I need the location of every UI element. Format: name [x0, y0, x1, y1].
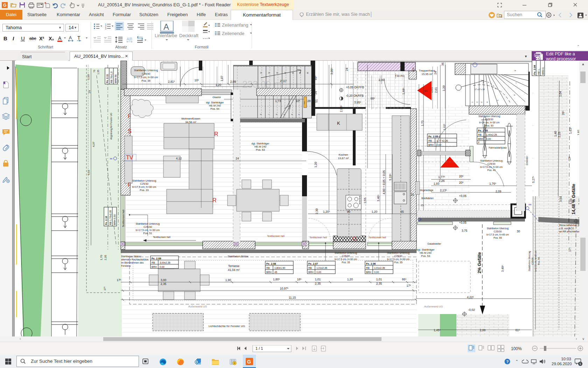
svg-text:6: 6 [275, 114, 278, 115]
svg-text:233,09 m²: 233,09 m² [242, 79, 285, 90]
svg-text:0,00: 0,00 [436, 144, 441, 146]
svg-text:Pos. 56: Pos. 56 [538, 257, 540, 265]
svg-text:K: K [337, 121, 340, 126]
svg-text:2: 2 [476, 102, 478, 103]
svg-text:Pos. 49: Pos. 49 [487, 169, 496, 171]
svg-text:8: 8 [514, 70, 516, 71]
svg-text:RB: RB [308, 267, 312, 269]
svg-text:1,01x2,35: 1,01x2,35 [374, 267, 385, 269]
svg-text:Stahlbeton Stütze: Stahlbeton Stütze [227, 255, 248, 258]
svg-text:2,30: 2,30 [315, 208, 318, 214]
svg-text:15: 15 [411, 193, 414, 196]
svg-text:17⁵: 17⁵ [117, 278, 121, 282]
svg-text:G: G [3, 3, 6, 8]
svg-text:Rinne befahrbar (Klasse B): Rinne befahrbar (Klasse B) [559, 224, 579, 227]
svg-text:Klingelanlage: Klingelanlage [419, 189, 433, 192]
svg-text:1,63⁵: 1,63⁵ [569, 127, 572, 134]
svg-text:im Blendrahmen des: im Blendrahmen des [121, 261, 144, 264]
svg-text:A: A [58, 35, 62, 41]
svg-text:F: F [128, 182, 131, 188]
svg-text:U: U [21, 35, 25, 41]
svg-text:5,27⁵: 5,27⁵ [532, 176, 535, 183]
svg-text:C25/30: C25/30 [342, 255, 350, 257]
svg-text:0,00: 0,00 [160, 266, 164, 268]
svg-text:B: B [4, 35, 7, 41]
svg-text:T30-RD: T30-RD [395, 74, 405, 77]
svg-text:C25/30: C25/30 [531, 257, 534, 265]
svg-text:4,22⁵: 4,22⁵ [467, 295, 474, 299]
svg-text:4,80 + 0,05 + 0,05: 4,80 + 0,05 + 0,05 [382, 170, 386, 194]
svg-text:2,81⁵: 2,81⁵ [168, 80, 175, 83]
svg-text:2,55: 2,55 [363, 197, 367, 203]
svg-text:3,00: 3,00 [161, 278, 167, 282]
svg-text:24: 24 [314, 91, 317, 95]
svg-text:RB 1,: RB 1, [538, 68, 540, 75]
svg-text:dgl. Stahlträger: dgl. Stahlträger [417, 248, 435, 251]
svg-text:14: 14 [292, 72, 294, 74]
svg-text:1,07: 1,07 [220, 75, 224, 81]
svg-text:12: 12 [276, 72, 278, 74]
svg-text:Pos. 35: Pos. 35 [141, 79, 150, 82]
svg-text:4: 4 [291, 114, 293, 115]
svg-text:b=17,5 cm, h=30 cm: b=17,5 cm, h=30 cm [335, 258, 357, 260]
svg-text:G: G [538, 56, 541, 60]
svg-text:BRH: BRH [308, 271, 314, 273]
svg-text:an RR anschließen: an RR anschließen [559, 230, 579, 233]
svg-text:+0,05: +0,05 [459, 194, 467, 198]
svg-text:1,44⁵: 1,44⁵ [402, 88, 405, 95]
svg-text:RB: RB [266, 267, 270, 269]
svg-text:b=17,5 cm, h=30 cm: b=17,5 cm, h=30 cm [387, 258, 410, 260]
svg-text:HE-M 240: HE-M 240 [420, 251, 432, 254]
svg-text:4,37: 4,37 [92, 142, 95, 147]
svg-text:Außenwand UG: Außenwand UG [188, 305, 207, 308]
svg-text:Stahlbeton Überzug: Stahlbeton Überzug [528, 251, 531, 271]
svg-text:1,81: 1,81 [577, 129, 579, 135]
svg-text:Geländer: Geländer [526, 156, 528, 165]
svg-text:RR: RR [528, 204, 532, 206]
svg-text:TV: TV [126, 155, 133, 161]
svg-text:0,00: 0,00 [374, 271, 379, 273]
svg-text:Textilscreen hell: Textilscreen hell [267, 235, 285, 237]
svg-text:Fensters: Fensters [121, 265, 131, 267]
svg-text:RB: RB [478, 134, 482, 136]
svg-text:76: 76 [93, 70, 96, 73]
svg-text:14,48 % Gefälle: 14,48 % Gefälle [571, 184, 576, 214]
svg-text:1,45⁵: 1,45⁵ [434, 328, 441, 332]
svg-text:89⁵: 89⁵ [314, 76, 317, 80]
svg-text:8: 8 [260, 114, 262, 115]
svg-text:17⁵: 17⁵ [407, 284, 411, 287]
svg-text:Pos. 55: Pos. 55 [493, 237, 502, 239]
svg-text:dgl. Stahlträger: dgl. Stahlträger [252, 142, 270, 145]
svg-text:0,00: 0,00 [316, 271, 321, 273]
svg-text:F: F [128, 113, 131, 119]
svg-text:C25/30: C25/30 [494, 230, 502, 233]
svg-text:Fe. 2.08: Fe. 2.08 [266, 262, 276, 265]
svg-text:BRH 0,00: BRH 0,00 [113, 214, 116, 225]
svg-text:alternativ Rechteckstütze: alternativ Rechteckstütze [121, 258, 148, 261]
svg-text:15: 15 [299, 72, 301, 74]
svg-text:10,97⁵: 10,97⁵ [280, 287, 289, 290]
svg-text:7: 7 [515, 82, 517, 83]
svg-text:3,75: 3,75 [462, 229, 468, 232]
svg-text:Briefkästen: Briefkästen [421, 197, 434, 199]
svg-text:Abgrabung für Fenster UG: Abgrabung für Fenster UG [110, 113, 113, 140]
svg-text:BRH: BRH [428, 144, 434, 146]
svg-text:2,25: 2,25 [558, 131, 561, 137]
svg-text:+0,05 OKFFB: +0,05 OKFFB [346, 86, 364, 89]
svg-text:S: S [128, 128, 132, 134]
svg-text:1,10: 1,10 [87, 74, 90, 80]
svg-text:T: T [77, 35, 80, 41]
svg-text:61⁵: 61⁵ [516, 328, 520, 332]
svg-text:4,12: 4,12 [176, 157, 182, 160]
svg-text:15,95 m²: 15,95 m² [421, 73, 433, 76]
svg-text:3: 3 [481, 102, 483, 103]
svg-text:Glastür: Glastür [212, 96, 221, 99]
svg-text:1,01x2,35: 1,01x2,35 [316, 267, 327, 269]
svg-text:C25/30: C25/30 [142, 72, 150, 75]
svg-text:BRH: BRH [266, 271, 272, 273]
svg-text:Fe. 2.05: Fe. 2.05 [478, 129, 488, 132]
svg-text:RB: RB [366, 267, 370, 269]
svg-text:W1: W1 [424, 90, 428, 92]
svg-text:Fe. 2.06: Fe. 2.06 [366, 262, 376, 265]
svg-text:1,80x1,90: 1,80x1,90 [274, 267, 285, 269]
